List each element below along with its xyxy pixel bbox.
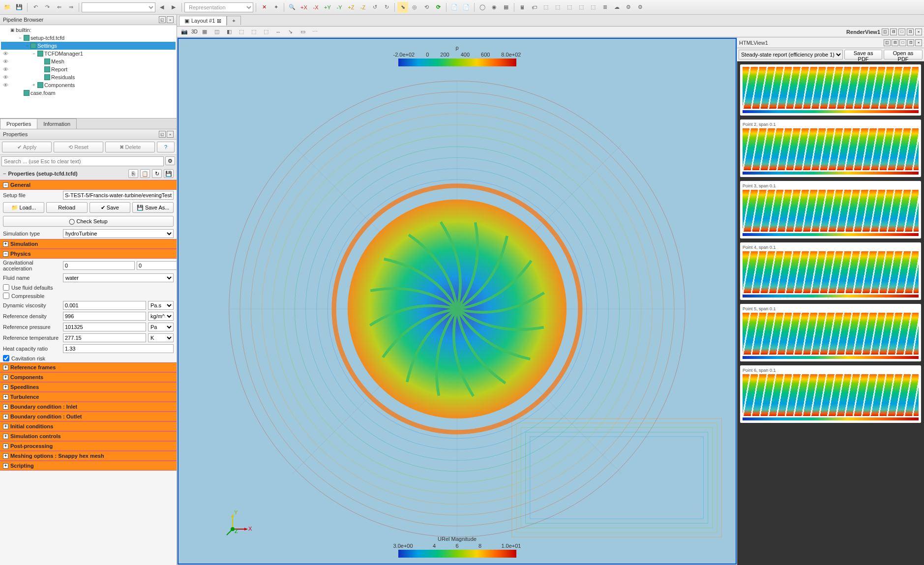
tree-item[interactable]: 👁+Components xyxy=(1,81,176,89)
close-icon[interactable]: × xyxy=(167,131,174,138)
close-icon[interactable]: × xyxy=(167,16,174,23)
gear-icon[interactable]: ⚙ xyxy=(635,2,646,13)
simtype-select[interactable]: hydroTurbine xyxy=(63,229,174,238)
cube2-icon[interactable]: ⬚ xyxy=(552,2,563,13)
tree-item[interactable]: 👁Residuals xyxy=(1,73,176,81)
tree-item[interactable]: 👁Report xyxy=(1,65,176,73)
render-viewport[interactable]: p -2.0e+0202004006008.0e+02 URel Magnitu… xyxy=(178,38,737,565)
tab-properties[interactable]: Properties xyxy=(0,119,37,129)
settings-gear-icon[interactable]: ⚙ xyxy=(165,156,175,165)
section-speedlines[interactable]: +Speedlines xyxy=(0,382,177,392)
section-boundary-condition-outlet[interactable]: +Boundary condition : Outlet xyxy=(0,412,177,421)
open-icon[interactable]: 📁 xyxy=(2,2,13,13)
tree-item[interactable]: case.foam xyxy=(1,89,176,97)
plus-z-icon[interactable]: +Z xyxy=(346,2,357,13)
cube1-icon[interactable]: ⬚ xyxy=(540,2,551,13)
restore-icon[interactable]: ⊡ xyxy=(907,39,914,46)
cube3-icon[interactable]: ⬚ xyxy=(564,2,575,13)
next-icon[interactable]: ▶ xyxy=(168,2,179,13)
open-pdf-button[interactable]: Open as PDF xyxy=(884,50,923,59)
undock-icon[interactable]: ◱ xyxy=(159,131,166,138)
gradient-icon[interactable]: ▦ xyxy=(501,2,511,13)
tree-item[interactable]: 👁Mesh xyxy=(1,58,176,65)
save-icon[interactable]: 💾 xyxy=(14,2,25,13)
tree-item[interactable]: −Settings xyxy=(1,42,176,50)
collapse-icon[interactable]: − xyxy=(3,171,6,177)
max-icon[interactable]: □ xyxy=(899,39,906,46)
paste-icon[interactable]: 📋 xyxy=(140,169,150,178)
minus-y-icon[interactable]: -Y xyxy=(334,2,345,13)
section-physics[interactable]: Physics xyxy=(10,251,31,257)
redo-icon[interactable]: ↷ xyxy=(42,2,53,13)
delete-button[interactable]: ✖ Delete xyxy=(105,142,155,152)
refresh-icon[interactable]: ⟳ xyxy=(433,2,444,13)
copy-icon[interactable]: ⎘ xyxy=(128,169,138,178)
section-reference-frames[interactable]: +Reference frames xyxy=(0,362,177,372)
tab-information[interactable]: Information xyxy=(37,119,77,129)
minus-x-icon[interactable]: -X xyxy=(310,2,321,13)
pick-icon[interactable]: ⬊ xyxy=(397,2,408,13)
save-button[interactable]: ✔ Save xyxy=(89,202,131,213)
report-select[interactable]: Steady-state report (efficiency probe 1) xyxy=(739,50,843,59)
pipeline-tree[interactable]: ▣builtin: −setup-tcfd.tcfd−Settings👁−TCF… xyxy=(0,25,177,119)
help-button[interactable]: ? xyxy=(157,142,175,152)
close-view-icon[interactable]: × xyxy=(915,29,922,35)
prev-icon[interactable]: ◀ xyxy=(156,2,167,13)
probe-icon[interactable]: ↘ xyxy=(285,27,296,37)
split-v-icon[interactable]: ⊟ xyxy=(892,39,898,46)
save-state-icon[interactable]: 💾 xyxy=(164,169,174,178)
use-defaults-check[interactable] xyxy=(3,284,9,291)
section-initial-conditions[interactable]: +Initial conditions xyxy=(0,421,177,431)
add-tab-button[interactable]: + xyxy=(227,16,240,25)
layout-tab[interactable]: ▣Layout #1⊠ xyxy=(179,16,227,26)
viscosity-input[interactable] xyxy=(63,301,146,310)
search-input[interactable] xyxy=(1,156,164,166)
split-h-icon[interactable]: ◫ xyxy=(884,39,891,46)
representation-combo[interactable]: Representation xyxy=(184,2,253,12)
doc2-icon[interactable]: 📄 xyxy=(461,2,472,13)
grid-icon[interactable]: ▦ xyxy=(199,27,210,37)
restore-icon[interactable]: ⊡ xyxy=(907,29,914,35)
reset-button[interactable]: ⟲ Reset xyxy=(54,142,103,152)
properties-scroll[interactable]: −General Setup file 📁 Load... Reload ✔ S… xyxy=(0,180,177,565)
pressure-input[interactable] xyxy=(63,323,146,331)
gears-icon[interactable]: ⚙ xyxy=(623,2,634,13)
close-view-icon[interactable]: × xyxy=(915,39,922,46)
rotate-ccw-icon[interactable]: ↺ xyxy=(369,2,380,13)
tree-item[interactable]: −setup-tcfd.tcfd xyxy=(1,34,176,42)
setup-file-input[interactable] xyxy=(63,191,174,200)
undock-icon[interactable]: ◱ xyxy=(159,16,166,23)
rotate-cw-icon[interactable]: ↻ xyxy=(381,2,392,13)
section-simulation-controls[interactable]: +Simulation controls xyxy=(0,431,177,441)
vis2-icon[interactable]: ◧ xyxy=(224,27,235,37)
calc-icon[interactable]: 🖩 xyxy=(517,2,528,13)
section-post-processing[interactable]: +Post-processing xyxy=(0,441,177,451)
axes-toggle-icon[interactable]: ✦ xyxy=(270,2,281,13)
rotate-icon[interactable]: ⟲ xyxy=(421,2,432,13)
vis4-icon[interactable]: ⬚ xyxy=(248,27,259,37)
circle1-icon[interactable]: ◯ xyxy=(477,2,488,13)
temperature-input[interactable] xyxy=(63,333,146,342)
camera-icon[interactable]: 📷 xyxy=(179,27,190,37)
cloud-icon[interactable]: ☁ xyxy=(611,2,622,13)
grav-y-input[interactable] xyxy=(137,261,177,270)
temperature-unit[interactable]: K xyxy=(148,333,174,342)
more-icon[interactable]: ⋯ xyxy=(310,27,321,37)
target-icon[interactable]: ◎ xyxy=(409,2,420,13)
density-unit[interactable]: kg/m^3 xyxy=(148,312,174,321)
load-button[interactable]: 📁 Load... xyxy=(3,202,44,213)
heat-ratio-input[interactable] xyxy=(63,344,174,353)
axes-x-icon[interactable]: ✕ xyxy=(259,2,269,13)
saveas-button[interactable]: 💾 Save As... xyxy=(132,202,174,213)
split-h-icon[interactable]: ◫ xyxy=(882,29,889,35)
nav-back-icon[interactable]: ⇐ xyxy=(54,2,64,13)
pressure-unit[interactable]: Pa xyxy=(148,323,174,331)
time-combo[interactable] xyxy=(82,2,155,12)
close-tab-icon[interactable]: ⊠ xyxy=(217,18,221,24)
vis5-icon[interactable]: ⬚ xyxy=(261,27,271,37)
fluid-select[interactable]: water xyxy=(63,273,174,282)
doc1-icon[interactable]: 📄 xyxy=(449,2,460,13)
minus-z-icon[interactable]: -Z xyxy=(358,2,368,13)
nav-fwd-icon[interactable]: ⇒ xyxy=(65,2,76,13)
section-general[interactable]: General xyxy=(10,182,30,188)
